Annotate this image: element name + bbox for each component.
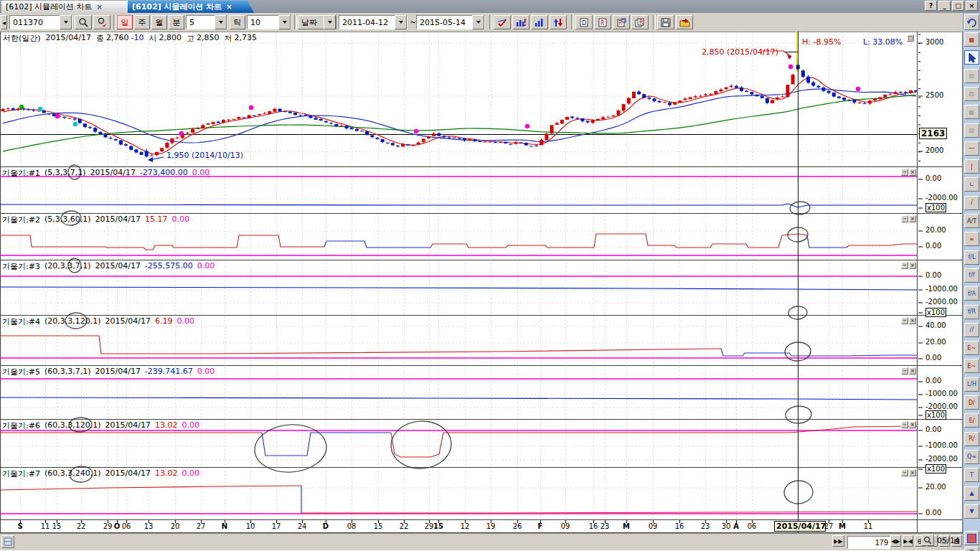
page-forward-button[interactable]: ▶▶ — [832, 535, 844, 547]
sidebar-pattern-r-button[interactable]: R/ — [964, 432, 979, 446]
panel-minimize-button[interactable]: − — [901, 215, 908, 222]
indicator-header-text: 0.00 — [176, 316, 194, 327]
y-axis-label: 2000 — [925, 146, 943, 154]
panel-minimize-button[interactable]: − — [901, 317, 908, 324]
sidebar-tool-zone-button[interactable]: ▥ — [964, 123, 979, 138]
bar-count-input[interactable] — [847, 536, 890, 549]
peak-annotation: 2,850 (2015/04/17) — [702, 47, 778, 57]
tool-region-icon: ▧ — [969, 72, 975, 79]
x-axis-label: 19 — [486, 522, 496, 530]
sidebar-fibo-fan-button[interactable]: f/f — [964, 268, 979, 283]
indicator-header-text: 2015/04/17 — [95, 261, 140, 272]
panel-close-button[interactable]: × — [909, 421, 916, 428]
indicator-header-text: -239,741.67 — [145, 367, 193, 377]
y-axis-label: 40.00 — [925, 321, 946, 329]
x-axis-label: S — [17, 522, 22, 530]
indicator-header-text: (5,3,3,7,1) — [44, 168, 86, 179]
sidebar-fibo-line-button[interactable]: f/L — [964, 250, 979, 265]
sidebar-elliott-wave-b-button[interactable]: E~ — [964, 359, 979, 373]
indicator-header-text: 13.02 — [155, 420, 178, 431]
sidebar-pattern-d-button[interactable]: D/ — [964, 395, 979, 410]
sidebar-pattern-e-button[interactable]: E/ — [964, 413, 979, 428]
x-axis-label: 22 — [77, 522, 86, 530]
indicator-header-text: 기울기:#6 — [2, 420, 40, 431]
low-percent: L: 33.08% — [863, 37, 903, 47]
indicator-header-text: 기울기:#3 — [2, 261, 40, 272]
panel-minimize-button[interactable]: − — [901, 469, 908, 476]
sidebar-trend-diagonal-button[interactable]: / — [964, 196, 979, 210]
panel-close-button[interactable]: × — [909, 367, 916, 375]
sidebar-quote-window-button[interactable]: Q≡ — [964, 450, 979, 464]
y-axis-label: x100 — [925, 203, 946, 212]
pattern-d-icon: D/ — [969, 400, 975, 406]
sidebar-fibo-retracement-button[interactable]: f/R — [964, 305, 979, 319]
sidebar-text-tool-button[interactable]: T — [964, 468, 979, 482]
bottom-bar: ▶▶ ◀▶ ▶◀ ⊕ ⊖ ⊡ ⊠ — [0, 533, 963, 550]
sidebar-elliott-wave-a-button[interactable]: E~ — [964, 341, 979, 355]
sidebar-tool-region-button[interactable]: ▧ — [964, 69, 979, 83]
chevrons-down-icon: ≫ — [969, 548, 974, 551]
expand-bars-button[interactable]: ◀▶ — [890, 535, 901, 547]
panel-minimize-button[interactable]: − — [901, 262, 908, 269]
sidebar-arrow-up-button[interactable]: ▲ — [964, 486, 979, 501]
axis-zoom-button[interactable] — [921, 534, 934, 546]
sidebar-fibo-arc-button[interactable]: f/A — [964, 286, 979, 301]
tool-pan-icon: ▩ — [969, 109, 975, 116]
y-axis-label: -2000.00 — [925, 194, 958, 202]
y-axis-label: 20.00 — [925, 338, 946, 346]
x-axis-label: 27 — [824, 522, 834, 530]
sidebar-chart-style-button[interactable]: ▦ — [964, 32, 979, 47]
trend-diagonal-icon: / — [971, 199, 973, 206]
open-value: 2,800 — [159, 33, 182, 44]
chart-plot-area[interactable] — [0, 32, 918, 519]
refresh-button[interactable] — [964, 14, 979, 30]
sidebar-arrow-down-button[interactable]: ▼ — [964, 504, 979, 519]
fibo-fan-icon: f/f — [969, 272, 974, 278]
sidebar-trend-horizontal-button[interactable]: ― — [964, 141, 979, 156]
sidebar-more-button[interactable]: ≫ — [964, 547, 979, 551]
sidebar-trend-step-button[interactable]: ∟ — [964, 177, 979, 192]
sidebar-text-annotation-button[interactable]: A/T — [964, 214, 979, 228]
close-value: 2,760 — [106, 33, 129, 44]
panel-close-button[interactable]: × — [909, 317, 916, 324]
indicator-panel-header: 기울기:#4(20,3,3,120,1)2015/04/176.190.00 — [2, 316, 194, 327]
chart-corner-button[interactable] — [1, 535, 14, 548]
sidebar-cursor-button[interactable] — [964, 50, 979, 65]
x-axis-label: 16 — [589, 522, 598, 530]
sidebar-trend-vertical-button[interactable]: | — [964, 159, 979, 174]
x-axis-label: 23 — [600, 522, 610, 530]
indicator-header-text: 기울기:#7 — [2, 468, 40, 479]
sidebar-multi-line-button[interactable]: ≡ — [964, 232, 979, 246]
panel-minimize-button[interactable]: − — [901, 367, 908, 375]
panel-close-button[interactable]: × — [909, 215, 916, 222]
panel-close-button[interactable]: × — [909, 169, 916, 176]
y-axis-label: 0.00 — [925, 377, 941, 385]
x-axis-label: 17 — [272, 522, 281, 530]
sidebar-tool-erase-button[interactable]: ▨ — [964, 87, 979, 101]
red-square-icon — [967, 534, 976, 543]
sidebar-tool-pan-button[interactable]: ▩ — [964, 105, 979, 119]
panel-minimize-button[interactable]: − — [901, 169, 908, 176]
indicator-header-text: 기울기:#1 — [2, 168, 40, 179]
y-axis-label: -1000.00 — [925, 390, 958, 397]
fibo-line-icon: f/L — [969, 254, 976, 260]
record-stop-button[interactable] — [964, 531, 979, 545]
x-axis-label: 29 — [425, 522, 434, 530]
indicator-header-text: (20,3,3,7,1) — [44, 261, 91, 272]
y-axis-label: 20.00 — [925, 226, 946, 234]
panel-close-button[interactable]: × — [909, 262, 916, 269]
trend-vertical-icon: | — [971, 164, 973, 170]
x-axis-label: F — [538, 522, 543, 530]
arrow-up-icon: ▲ — [969, 490, 974, 496]
sidebar-parallel-channel-button[interactable]: // — [964, 323, 979, 337]
main-panel-popout-button[interactable]: □ — [907, 34, 914, 42]
panel-minimize-button[interactable]: − — [901, 421, 908, 428]
indicator-header-text: 2015/04/17 — [105, 316, 150, 327]
shrink-bars-button[interactable]: ▶◀ — [903, 535, 913, 547]
sidebar-low-high-button[interactable]: L/H — [964, 377, 979, 392]
y-axis-label: 0.00 — [925, 174, 941, 182]
indicator-panel-header: 기울기:#5(60,3,3,7,1)2015/04/17-239,741.670… — [2, 367, 215, 377]
panel-close-button[interactable]: × — [909, 469, 916, 476]
x-axis-label: 22 — [400, 522, 409, 530]
elliott-wave-a-icon: E~ — [968, 345, 976, 352]
